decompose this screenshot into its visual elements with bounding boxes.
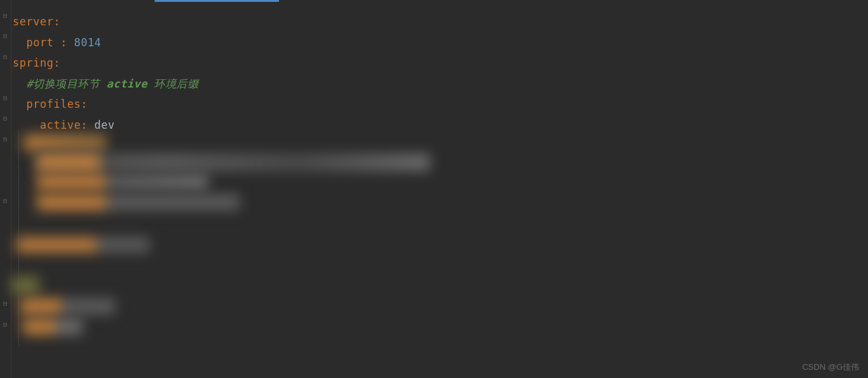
- editor-gutter[interactable]: ⊟ ⊟ ⊟ ⊟ ⊟ ⊟ ⊟ ⊟ ⊟: [0, 0, 11, 378]
- code-line-4: #切换项目环节 active 环境后缀: [13, 74, 868, 94]
- redacted-content: [23, 318, 82, 335]
- yaml-key: server: [13, 15, 53, 28]
- yaml-key: profiles: [26, 98, 81, 110]
- redacted-content: [16, 237, 150, 252]
- fold-marker[interactable]: ⊟: [1, 320, 9, 328]
- yaml-colon: :: [53, 15, 60, 28]
- yaml-number: 8014: [74, 36, 101, 49]
- fold-marker[interactable]: ⊟: [1, 197, 9, 204]
- fold-marker[interactable]: ⊟: [1, 94, 9, 101]
- code-line-3: spring:: [13, 53, 868, 74]
- yaml-comment: 环境后缀: [147, 77, 198, 90]
- yaml-colon: :: [81, 119, 94, 131]
- redacted-content: [37, 153, 100, 171]
- active-tab-indicator: [155, 0, 279, 2]
- yaml-comment-emphasis: active: [107, 77, 147, 90]
- fold-marker[interactable]: ⊟: [1, 114, 9, 122]
- yaml-colon: :: [53, 36, 74, 49]
- yaml-key: port: [26, 36, 53, 49]
- fold-marker[interactable]: ⊟: [1, 135, 9, 143]
- fold-marker[interactable]: ⊟: [1, 299, 9, 307]
- redacted-content: [11, 277, 39, 294]
- redacted-content: [37, 174, 208, 190]
- yaml-colon: :: [81, 98, 87, 110]
- code-line-5: profiles:: [13, 94, 868, 115]
- redacted-content: [20, 298, 115, 315]
- fold-marker[interactable]: ⊟: [1, 32, 9, 39]
- code-line-2: port : 8014: [13, 32, 868, 53]
- yaml-comment: #切换项目环节: [26, 77, 106, 90]
- yaml-colon: :: [53, 56, 60, 69]
- yaml-key: active: [40, 119, 81, 131]
- indent: [13, 77, 26, 90]
- indent: [13, 36, 26, 49]
- redacted-content: [24, 134, 107, 151]
- yaml-key: spring: [13, 56, 53, 69]
- indent: [13, 119, 40, 131]
- redacted-content: [37, 194, 240, 211]
- indent: [13, 98, 26, 110]
- watermark-text: CSDN @G佳伟: [802, 362, 859, 373]
- code-line-6: active: dev: [13, 115, 868, 136]
- yaml-value: dev: [94, 119, 115, 131]
- code-line-1: server:: [13, 11, 868, 32]
- fold-marker[interactable]: ⊟: [1, 11, 9, 19]
- fold-marker[interactable]: ⊟: [1, 53, 9, 60]
